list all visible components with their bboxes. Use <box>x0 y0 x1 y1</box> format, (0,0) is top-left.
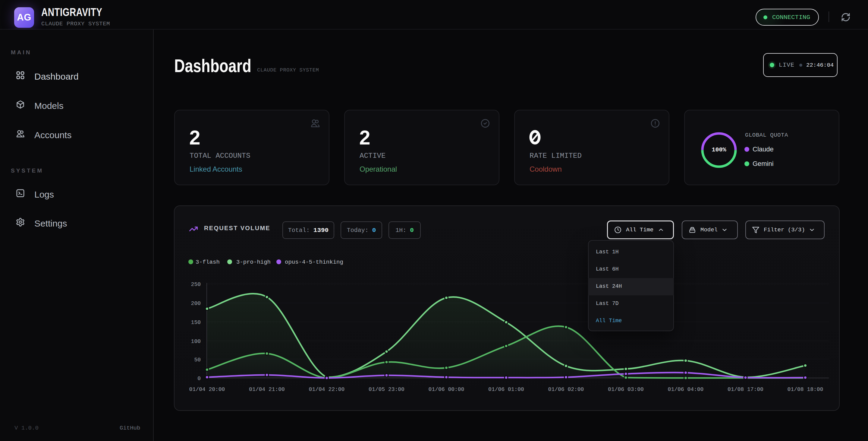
svg-text:01/05 23:00: 01/05 23:00 <box>369 386 404 392</box>
svg-text:0: 0 <box>197 376 201 382</box>
svg-text:01/08 17:00: 01/08 17:00 <box>727 386 764 392</box>
svg-text:150: 150 <box>191 319 201 325</box>
svg-text:01/06 00:00: 01/06 00:00 <box>429 386 464 392</box>
svg-text:50: 50 <box>194 357 201 363</box>
svg-text:01/06 02:00: 01/06 02:00 <box>548 386 584 392</box>
svg-text:01/06 01:00: 01/06 01:00 <box>488 386 524 392</box>
svg-text:01/08 18:00: 01/08 18:00 <box>787 386 824 392</box>
svg-text:01/04 22:00: 01/04 22:00 <box>309 386 345 392</box>
svg-text:01/04 20:00: 01/04 20:00 <box>189 386 225 392</box>
svg-text:01/04 21:00: 01/04 21:00 <box>249 386 285 392</box>
svg-text:250: 250 <box>191 282 201 288</box>
svg-text:200: 200 <box>191 300 201 306</box>
svg-text:01/06 03:00: 01/06 03:00 <box>608 386 644 392</box>
svg-text:01/06 04:00: 01/06 04:00 <box>668 386 704 392</box>
svg-text:100: 100 <box>191 339 201 345</box>
